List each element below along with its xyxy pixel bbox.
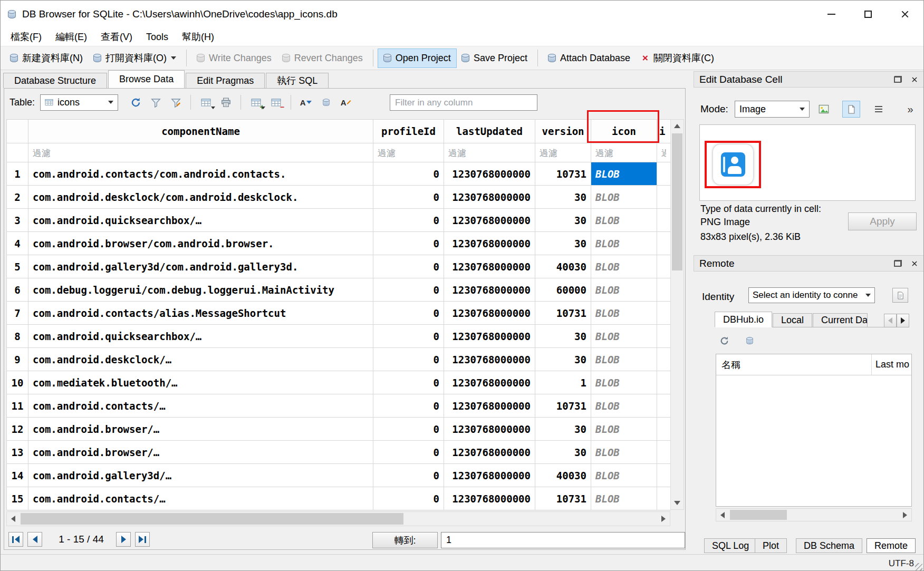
vertical-scroll-thumb[interactable]: [672, 133, 682, 270]
more-options-button[interactable]: [902, 101, 918, 117]
tab-execute-sql[interactable]: 執行 SQL: [266, 73, 329, 88]
cell-lastupdated[interactable]: 1230768000000: [444, 186, 535, 209]
cell-extra[interactable]: [657, 162, 671, 186]
identity-select[interactable]: Select an identity to conne: [748, 287, 875, 303]
row-number[interactable]: 15: [7, 487, 28, 510]
filter-input-extra[interactable]: [657, 143, 670, 162]
column-header-lastupdated[interactable]: lastUpdated: [444, 120, 535, 143]
cell-componentname[interactable]: com.android.browser/…: [28, 441, 373, 464]
cell-extra[interactable]: [657, 441, 671, 464]
cell-version[interactable]: 30: [535, 186, 591, 209]
cell-componentname[interactable]: com.android.browser/…: [28, 418, 373, 441]
new-database-button[interactable]: 新建資料庫(N): [5, 48, 88, 68]
menu-help[interactable]: 幫助(H): [175, 28, 221, 45]
cell-extra[interactable]: [657, 348, 671, 371]
name-column-header[interactable]: 名稱: [716, 354, 872, 375]
float-dock-icon[interactable]: [894, 76, 902, 83]
print-button[interactable]: [216, 93, 236, 112]
cell-profileid[interactable]: 0: [373, 325, 444, 348]
cell-lastupdated[interactable]: 1230768000000: [444, 255, 535, 278]
goto-button[interactable]: 轉到:: [372, 532, 438, 548]
cell-version[interactable]: 30: [535, 418, 591, 441]
cell-version[interactable]: 30: [535, 441, 591, 464]
tab-sql-log[interactable]: SQL Log: [704, 538, 757, 553]
row-number[interactable]: 13: [7, 441, 28, 464]
table-row[interactable]: 8 com.android.quicksearchbox/… 0 1230768…: [7, 325, 671, 348]
cell-extra[interactable]: [657, 418, 671, 441]
cell-componentname[interactable]: com.android.gallery3d/com.android.galler…: [28, 255, 373, 278]
open-project-button[interactable]: Open Project: [378, 49, 456, 67]
cell-icon[interactable]: BLOB: [591, 371, 657, 394]
cell-extra[interactable]: [657, 325, 671, 348]
cell-componentname[interactable]: com.android.deskclock/com.android.deskcl…: [28, 186, 373, 209]
insert-record-button[interactable]: [246, 93, 266, 112]
remote-refresh-button[interactable]: [717, 333, 732, 348]
cell-lastupdated[interactable]: 1230768000000: [444, 209, 535, 232]
cell-icon[interactable]: BLOB: [591, 418, 657, 441]
float-dock-icon[interactable]: [894, 260, 902, 267]
table-row[interactable]: 11 com.android.contacts/… 0 123076800000…: [7, 394, 671, 418]
scroll-up-button[interactable]: [671, 120, 684, 132]
column-header-profileid[interactable]: profileId: [373, 120, 444, 143]
remote-horizontal-scrollbar[interactable]: [716, 508, 912, 521]
cell-componentname[interactable]: com.android.quicksearchbox/…: [28, 209, 373, 232]
cell-profileid[interactable]: 0: [373, 209, 444, 232]
cell-profileid[interactable]: 0: [373, 162, 444, 186]
table-row[interactable]: 15 com.android.contacts/… 0 123076800000…: [7, 487, 671, 510]
cell-profileid[interactable]: 0: [373, 232, 444, 255]
tab-edit-pragmas[interactable]: Edit Pragmas: [186, 73, 265, 88]
column-settings-button[interactable]: [296, 93, 316, 112]
import-data-button[interactable]: [816, 101, 832, 117]
cell-icon[interactable]: BLOB: [591, 441, 657, 464]
cell-extra[interactable]: [657, 255, 671, 278]
horizontal-scrollbar[interactable]: [6, 511, 670, 526]
column-header-version[interactable]: version: [535, 120, 591, 143]
scroll-right-button[interactable]: [899, 509, 911, 521]
filter-options-button[interactable]: [166, 93, 186, 112]
cell-extra[interactable]: [657, 278, 671, 302]
table-row[interactable]: 9 com.android.deskclock/… 0 123076800000…: [7, 348, 671, 371]
first-page-button[interactable]: [8, 532, 23, 547]
cell-icon[interactable]: BLOB: [591, 325, 657, 348]
any-column-filter-input[interactable]: [390, 94, 537, 111]
table-row[interactable]: 6 com.debug.loggerui/com.debug.loggerui.…: [7, 278, 671, 302]
cell-componentname[interactable]: com.android.gallery3d/…: [28, 464, 373, 487]
column-header-icon[interactable]: icon: [591, 120, 657, 143]
document-view-button[interactable]: [842, 101, 860, 118]
table-row[interactable]: 1 com.android.contacts/com.android.conta…: [7, 162, 671, 186]
row-number[interactable]: 11: [7, 394, 28, 418]
insert-record-dropdown-icon[interactable]: [261, 107, 265, 109]
word-wrap-button[interactable]: [870, 101, 887, 118]
cell-lastupdated[interactable]: 1230768000000: [444, 162, 535, 186]
close-dock-icon[interactable]: [911, 76, 918, 83]
identity-certificate-button[interactable]: [892, 288, 908, 303]
cell-lastupdated[interactable]: 1230768000000: [444, 464, 535, 487]
row-number[interactable]: 9: [7, 348, 28, 371]
cell-icon[interactable]: BLOB: [591, 487, 657, 510]
cell-version[interactable]: 10731: [535, 302, 591, 325]
cell-icon[interactable]: BLOB: [591, 162, 657, 186]
cell-version[interactable]: 10731: [535, 394, 591, 418]
tab-scroll-left-button[interactable]: [884, 314, 897, 327]
cell-version[interactable]: 40030: [535, 464, 591, 487]
cell-profileid[interactable]: 0: [373, 302, 444, 325]
clear-filters-button[interactable]: [146, 93, 166, 112]
cell-profileid[interactable]: 0: [373, 371, 444, 394]
cell-componentname[interactable]: com.android.contacts/alias.MessageShortc…: [28, 302, 373, 325]
close-database-button[interactable]: 關閉資料庫(C): [636, 48, 719, 68]
remote-tab-current-database[interactable]: Current Dat: [813, 313, 868, 327]
scroll-left-button[interactable]: [7, 512, 20, 526]
table-row[interactable]: 2 com.android.deskclock/com.android.desk…: [7, 186, 671, 209]
table-row[interactable]: 12 com.android.browser/… 0 1230768000000…: [7, 418, 671, 441]
cell-componentname[interactable]: com.android.quicksearchbox/…: [28, 325, 373, 348]
cell-extra[interactable]: [657, 186, 671, 209]
maximize-button[interactable]: [850, 1, 887, 28]
cell-icon[interactable]: BLOB: [591, 348, 657, 371]
cell-componentname[interactable]: com.android.contacts/…: [28, 487, 373, 510]
row-number[interactable]: 12: [7, 418, 28, 441]
display-format-button[interactable]: [336, 93, 356, 112]
scroll-left-button[interactable]: [716, 509, 729, 521]
tab-remote[interactable]: Remote: [867, 538, 916, 553]
filter-input-icon[interactable]: [591, 143, 657, 162]
cell-extra[interactable]: [657, 487, 671, 510]
